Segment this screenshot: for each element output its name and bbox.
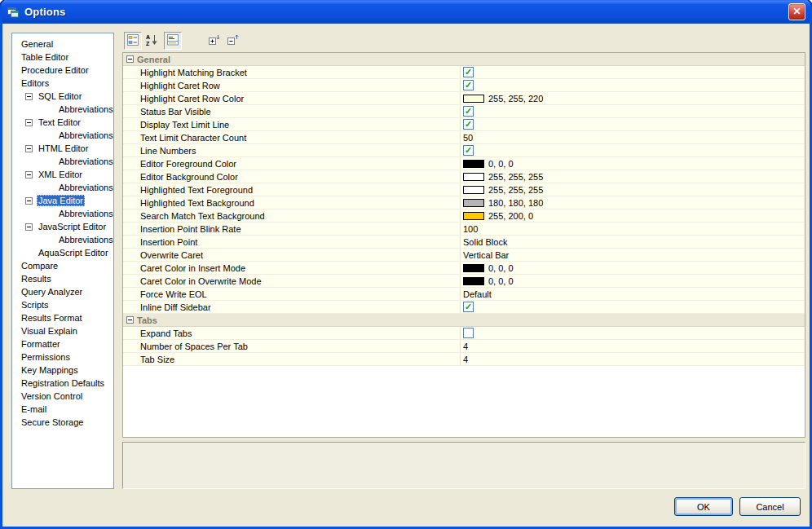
ok-button[interactable]: OK [674, 497, 733, 516]
sidebar-item-results[interactable]: Results [12, 272, 113, 285]
sidebar-item-scripts[interactable]: Scripts [12, 298, 113, 311]
property-row-force-write-eol[interactable]: Force Write EOLDefault [123, 288, 805, 301]
property-value[interactable]: 0, 0, 0 [461, 275, 805, 287]
property-row-caret-color-in-overwrite-mode[interactable]: Caret Color in Overwrite Mode0, 0, 0 [123, 275, 805, 288]
titlebar[interactable]: Options ✕ [0, 0, 812, 24]
expand-all-button[interactable] [205, 32, 223, 50]
sidebar-item-text-editor[interactable]: Text Editor [12, 116, 113, 129]
sidebar-item-formatter[interactable]: Formatter [12, 337, 113, 350]
property-row-insertion-point-blink-rate[interactable]: Insertion Point Blink Rate100 [123, 223, 805, 236]
property-value[interactable]: 255, 255, 220 [461, 92, 805, 104]
categorized-view-button[interactable] [124, 32, 142, 50]
collapse-minus-icon[interactable] [25, 171, 33, 179]
property-row-search-match-text-background[interactable]: Search Match Text Background255, 200, 0 [123, 209, 805, 223]
property-value[interactable]: Solid Block [461, 236, 805, 248]
property-row-expand-tabs[interactable]: Expand Tabs [123, 327, 805, 340]
property-value[interactable]: ✓ [461, 66, 805, 78]
category-collapse-icon[interactable] [126, 55, 134, 63]
property-row-highlighted-text-background[interactable]: Highlighted Text Background180, 180, 180 [123, 196, 805, 209]
checkbox-checked-icon[interactable]: ✓ [463, 106, 474, 117]
property-value[interactable]: ✓ [461, 301, 805, 313]
sidebar-item-java-editor[interactable]: Java Editor [12, 194, 113, 207]
sidebar-item-secure-storage[interactable]: Secure Storage [12, 416, 113, 429]
property-row-highlight-caret-row[interactable]: Highlight Caret Row✓ [123, 79, 805, 92]
sidebar-item-key-mappings[interactable]: Key Mappings [12, 364, 113, 377]
sidebar-item-compare[interactable]: Compare [12, 259, 113, 272]
property-value[interactable]: ✓ [461, 105, 805, 117]
show-description-button[interactable] [164, 32, 182, 50]
color-swatch[interactable] [463, 95, 484, 103]
property-row-highlight-matching-bracket[interactable]: Highlight Matching Bracket✓ [123, 66, 805, 79]
property-value[interactable]: ✓ [461, 144, 805, 156]
collapse-minus-icon[interactable] [25, 93, 33, 100]
checkbox-checked-icon[interactable]: ✓ [463, 145, 474, 156]
property-row-highlighted-text-foreground[interactable]: Highlighted Text Foreground255, 255, 255 [123, 183, 805, 196]
sidebar-item-abbreviations[interactable]: Abbreviations [12, 207, 113, 220]
sidebar-item-registration-defaults[interactable]: Registration Defaults [12, 377, 113, 390]
sidebar-item-abbreviations[interactable]: Abbreviations [12, 155, 113, 168]
collapse-minus-icon[interactable] [25, 223, 33, 231]
sidebar-item-general[interactable]: General [12, 37, 113, 51]
color-swatch[interactable] [463, 160, 484, 168]
checkbox-checked-icon[interactable]: ✓ [463, 67, 474, 77]
color-swatch[interactable] [463, 173, 484, 181]
category-row-tabs[interactable]: Tabs [123, 314, 805, 327]
sidebar-item-results-format[interactable]: Results Format [12, 311, 113, 324]
sidebar-item-table-editor[interactable]: Table Editor [12, 51, 113, 64]
property-value[interactable]: 0, 0, 0 [461, 157, 805, 170]
property-row-editor-background-color[interactable]: Editor Background Color255, 255, 255 [123, 170, 805, 183]
property-row-highlight-caret-row-color[interactable]: Highlight Caret Row Color255, 255, 220 [123, 92, 805, 105]
sidebar-item-abbreviations[interactable]: Abbreviations [12, 233, 113, 246]
property-row-tab-size[interactable]: Tab Size4 [123, 353, 805, 366]
collapse-minus-icon[interactable] [25, 119, 33, 126]
property-value[interactable]: ✓ [461, 118, 805, 130]
sidebar-item-abbreviations[interactable]: Abbreviations [12, 103, 113, 116]
property-value[interactable]: 255, 255, 255 [461, 183, 805, 196]
property-row-number-of-spaces-per-tab[interactable]: Number of Spaces Per Tab4 [123, 340, 805, 353]
checkbox-checked-icon[interactable]: ✓ [463, 302, 474, 312]
sidebar-item-permissions[interactable]: Permissions [12, 350, 113, 364]
sidebar-item-procedure-editor[interactable]: Procedure Editor [12, 64, 113, 77]
close-button[interactable]: ✕ [788, 3, 805, 20]
property-value[interactable]: 4 [461, 340, 805, 352]
sidebar-item-html-editor[interactable]: HTML Editor [12, 142, 113, 155]
collapse-minus-icon[interactable] [25, 197, 33, 205]
property-row-text-limit-character-count[interactable]: Text Limit Character Count50 [123, 131, 805, 144]
sidebar-item-version-control[interactable]: Version Control [12, 390, 113, 403]
color-swatch[interactable] [463, 212, 484, 220]
sidebar-item-query-analyzer[interactable]: Query Analyzer [12, 285, 113, 298]
sidebar-item-abbreviations[interactable]: Abbreviations [12, 129, 113, 142]
alphabetical-sort-button[interactable]: AZ [143, 32, 161, 50]
checkbox-checked-icon[interactable]: ✓ [463, 119, 474, 130]
property-row-display-text-limit-line[interactable]: Display Text Limit Line✓ [123, 118, 805, 131]
sidebar-item-aquascript-editor[interactable]: AquaScript Editor [12, 246, 113, 259]
sidebar-item-abbreviations[interactable]: Abbreviations [12, 181, 113, 194]
property-value[interactable]: Vertical Bar [461, 249, 805, 261]
property-value[interactable]: 100 [461, 223, 805, 235]
property-row-insertion-point[interactable]: Insertion PointSolid Block [123, 236, 805, 249]
property-value[interactable]: 255, 255, 255 [461, 170, 805, 183]
collapse-all-button[interactable] [224, 32, 242, 50]
category-row-general[interactable]: General [123, 53, 805, 66]
property-row-line-numbers[interactable]: Line Numbers✓ [123, 144, 805, 157]
property-value[interactable] [461, 327, 805, 339]
property-row-status-bar-visible[interactable]: Status Bar Visible✓ [123, 105, 805, 118]
sidebar-item-xml-editor[interactable]: XML Editor [12, 168, 113, 181]
property-value[interactable]: 4 [461, 353, 805, 365]
cancel-button[interactable]: Cancel [739, 497, 801, 516]
sidebar-item-visual-explain[interactable]: Visual Explain [12, 324, 113, 337]
color-swatch[interactable] [463, 277, 484, 285]
sidebar-item-javascript-editor[interactable]: JavaScript Editor [12, 220, 113, 233]
property-row-editor-foreground-color[interactable]: Editor Foreground Color0, 0, 0 [123, 157, 805, 170]
checkbox-checked-icon[interactable]: ✓ [463, 80, 474, 90]
property-row-inline-diff-sidebar[interactable]: Inline Diff Sidebar✓ [123, 301, 805, 314]
color-swatch[interactable] [463, 199, 484, 207]
property-value[interactable]: ✓ [461, 79, 805, 91]
property-row-caret-color-in-insert-mode[interactable]: Caret Color in Insert Mode0, 0, 0 [123, 262, 805, 275]
property-value[interactable]: 180, 180, 180 [461, 196, 805, 209]
color-swatch[interactable] [463, 186, 484, 194]
sidebar-item-e-mail[interactable]: E-mail [12, 403, 113, 416]
property-value[interactable]: 0, 0, 0 [461, 262, 805, 274]
property-value[interactable]: Default [461, 288, 805, 300]
property-value[interactable]: 50 [461, 131, 805, 143]
